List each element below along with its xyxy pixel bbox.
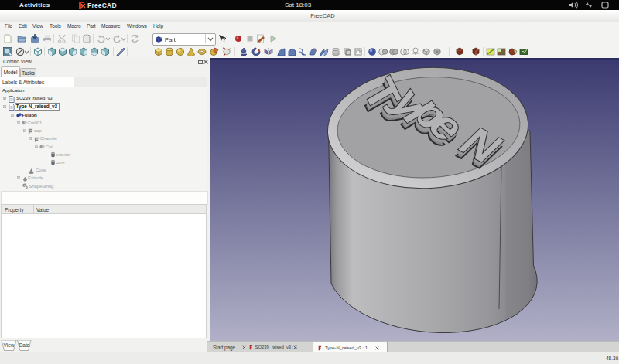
svg-text:?: ? xyxy=(222,36,227,43)
svg-text:View: View xyxy=(4,342,15,348)
svg-text:Data: Data xyxy=(19,342,30,348)
